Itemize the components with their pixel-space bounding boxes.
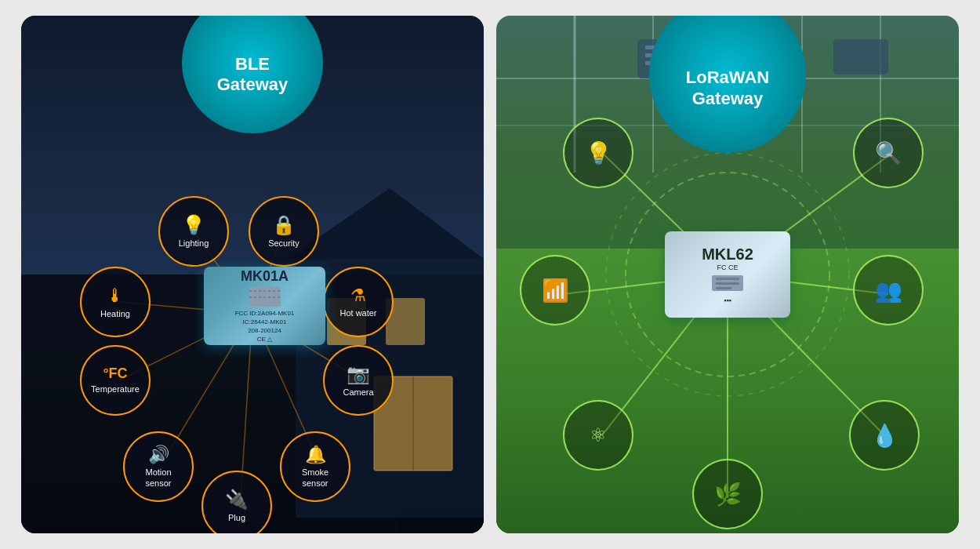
ble-title-line2: Gateway [217,75,289,95]
hotwater-icon-node: ⚗ Hot water [323,267,394,337]
hotwater-label: Hot water [339,308,376,318]
light-node-icon: 💡 [585,140,612,166]
molecule-node: ⚛ [563,400,633,471]
mk01a-chip: MK01A FCC ID:2A094-MK01 IC:26442-MK01 20… [204,267,325,345]
water-icon: 💧 [871,423,898,449]
people-icon: 👥 [875,278,902,304]
lock-icon: 🔒 [272,214,296,236]
molecule-icon: ⚛ [590,424,607,446]
thermometer-icon: 🌡 [106,285,125,307]
temp-icon: °FC [103,365,127,382]
left-panel: BLE Gateway 💡 Lighting 🔒 Security [21,16,484,533]
svg-rect-39 [716,278,739,280]
right-panel: LoRaWAN Gateway 💡 [496,16,959,533]
mkl62-chip: MKL62 FC CE ▪▪▪ [665,231,790,318]
globe-node: 🔍 [853,118,924,188]
lighting-label: Lighting [179,238,209,249]
motion-icon-node: 🔊 Motionsensor [123,431,194,502]
heating-icon-node: 🌡 Heating [80,267,151,337]
right-chip-ic [708,271,747,295]
bulb-icon: 💡 [182,214,205,236]
chip-detail2: IC:26442-MK01 [242,318,286,326]
globe-icon: 🔍 [875,140,902,166]
security-label: Security [268,238,299,249]
plug-label: Plug [228,513,245,523]
right-chip-cert: FC CE [717,264,739,271]
heating-label: Heating [100,309,130,319]
ble-title-line1: BLE [217,54,289,75]
camera-icon-node: 📷 Camera [323,345,394,416]
svg-rect-40 [716,282,739,285]
camera-icon: 📷 [347,363,370,385]
svg-rect-6 [264,518,484,533]
temperature-label: Temperature [91,384,140,394]
water-node: 💧 [849,400,920,471]
smoke-label: Smokesensor [302,467,328,488]
chip-detail4: CE △ [257,335,272,344]
plug-icon: 🔌 [225,489,249,511]
chip-ic [249,287,281,307]
plant-icon: 🌿 [714,482,742,507]
temperature-icon-node: °FC Temperature [80,345,151,416]
chip-detail3: 208-200124 [248,326,281,335]
people-node: 👥 [853,255,924,325]
plug-icon-node: 🔌 Plug [201,471,272,533]
lorawan-title-line2: Gateway [686,89,769,109]
light-node: 💡 [563,118,633,188]
hotwater-icon: ⚗ [350,285,366,306]
wifi-node: 📶 [520,255,590,325]
lighting-icon-node: 💡 Lighting [158,196,229,267]
chip-detail1: FCC ID:2A094-MK01 [235,309,295,318]
right-chip-extra: ▪▪▪ [724,296,731,304]
smoke-icon: 🔔 [305,445,326,465]
wifi-icon: 📶 [542,278,569,304]
camera-label: Camera [343,387,373,398]
svg-rect-41 [716,287,731,289]
chip-name: MK01A [241,268,289,285]
motion-label: Motionsensor [145,467,171,488]
right-chip-name: MKL62 [702,245,753,264]
lorawan-title-line1: LoRaWAN [686,67,769,88]
security-icon-node: 🔒 Security [249,196,319,267]
motion-icon: 🔊 [148,445,169,465]
plant-node: 🌿 [692,459,763,529]
smoke-icon-node: 🔔 Smokesensor [280,431,350,502]
